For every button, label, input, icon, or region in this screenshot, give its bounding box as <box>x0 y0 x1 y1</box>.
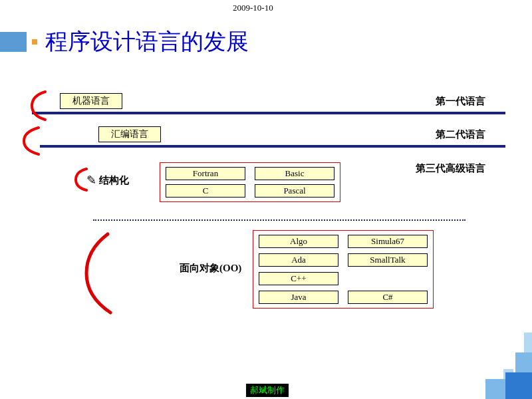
lang-box: C# <box>348 291 428 304</box>
lang-box: Ada <box>259 253 338 267</box>
title-bar: 程序设计语言的发展 <box>0 27 249 57</box>
gen2-lang-box: 汇编语言 <box>98 126 161 142</box>
generation-2-row: 汇编语言 第二代语言 <box>0 126 532 142</box>
gen3-label: 第三代高级语言 <box>416 162 485 175</box>
lang-box: C++ <box>259 272 338 285</box>
gen1-label: 第一代语言 <box>436 95 485 108</box>
divider-line <box>40 145 505 148</box>
title-decor-bullet <box>32 39 37 45</box>
lang-box: SmallTalk <box>348 253 428 267</box>
lang-box: Pascal <box>255 184 334 198</box>
content-area: 机器语言 第一代语言 汇编语言 第二代语言 第三代高级语言 ✎ 结构化 Fort… <box>0 93 532 230</box>
pencil-icon: ✎ <box>86 173 96 188</box>
lang-box: Fortran <box>166 167 245 180</box>
oo-langs-frame: Algo Simula67 Ada SmallTalk C++ Java C# <box>253 230 434 309</box>
lang-box: Java <box>259 291 338 304</box>
lang-box: Simula67 <box>348 235 428 248</box>
oo-langs-grid: Algo Simula67 Ada SmallTalk C++ Java C# <box>259 235 428 304</box>
generation-1-row: 机器语言 第一代语言 <box>0 93 532 109</box>
struct-langs-grid: Fortran Basic C Pascal <box>166 167 334 198</box>
red-bracket-icon <box>80 230 120 317</box>
dotted-divider <box>93 219 466 221</box>
struct-label-area: ✎ 结构化 <box>86 173 129 188</box>
struct-langs-frame: Fortran Basic C Pascal <box>160 162 340 202</box>
footer-credit: 郝斌制作 <box>246 384 289 397</box>
date-label: 2009-10-10 <box>233 3 273 13</box>
title-decor-block <box>0 32 27 52</box>
lang-box: Basic <box>255 167 334 180</box>
divider-line <box>32 112 505 114</box>
lang-box: Algo <box>259 235 338 248</box>
oo-label: 面向对象(OO) <box>180 262 241 275</box>
page-title: 程序设计语言的发展 <box>45 27 249 57</box>
struct-label: 结构化 <box>99 174 129 187</box>
lang-box: C <box>166 184 245 198</box>
gen1-lang-box: 机器语言 <box>60 93 122 109</box>
gen2-label: 第二代语言 <box>436 128 485 141</box>
